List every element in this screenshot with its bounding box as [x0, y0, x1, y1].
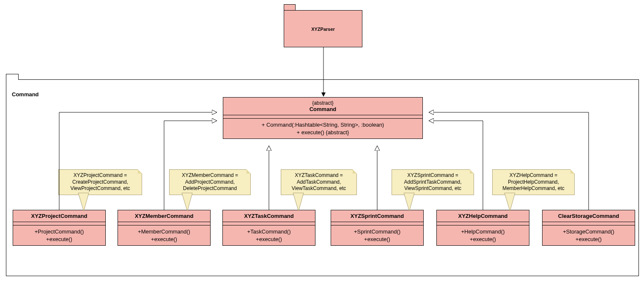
command-method-2: + execute() {abstract}: [225, 129, 421, 136]
command-package-tab: [6, 74, 19, 80]
parser-package-label: XYZParser: [284, 27, 362, 32]
note-project: XYZProjectCommand = CreateProjectCommand…: [58, 169, 142, 195]
note-member: XYZMemberCommand = AddProjectCommand, De…: [169, 169, 251, 195]
member-command-class: XYZMemberCommand +MemberCommand() +execu…: [118, 210, 211, 246]
command-package-label: Command: [12, 91, 39, 98]
parser-package: XYZParser: [284, 10, 362, 47]
help-command-name: XYZHelpCommand: [458, 213, 507, 219]
task-command-name: XYZTaskCommand: [244, 213, 294, 219]
sprint-command-name: XYZSprintCommand: [351, 213, 404, 219]
storage-command-class: ClearStorageCommand +StorageCommand() +e…: [542, 210, 635, 246]
command-class-name: Command: [310, 106, 337, 112]
note-task: XYZTaskCommand = AddTaskCommand, ViewTas…: [281, 169, 357, 195]
command-class: {abstract} Command + Command(:Hashtable<…: [223, 97, 423, 139]
note-sprint: XYZSprintCommand = AddSprintTaskCommand,…: [392, 169, 474, 195]
command-method-1: + Command(:Hashtable<String, String>, :b…: [225, 121, 421, 129]
parser-package-tab: [284, 4, 296, 10]
command-class-methods: + Command(:Hashtable<String, String>, :b…: [223, 119, 422, 138]
sprint-command-class: XYZSprintCommand +SprintCommand() +execu…: [331, 210, 424, 246]
task-command-class: XYZTaskCommand +TaskCommand() +execute(): [222, 210, 315, 246]
command-stereotype: {abstract}: [225, 100, 421, 106]
command-class-title: {abstract} Command: [223, 98, 422, 115]
note-help: XYZHelpCommand = ProjectHelpCommand, Mem…: [492, 169, 575, 195]
command-class-sep: [223, 115, 422, 119]
project-command-class: XYZProjectCommand +ProjectCommand() +exe…: [13, 210, 106, 246]
member-command-name: XYZMemberCommand: [135, 213, 194, 219]
help-command-class: XYZHelpCommand +HelpCommand() +execute(): [436, 210, 529, 246]
project-command-name: XYZProjectCommand: [31, 213, 88, 219]
storage-command-name: ClearStorageCommand: [558, 213, 619, 219]
